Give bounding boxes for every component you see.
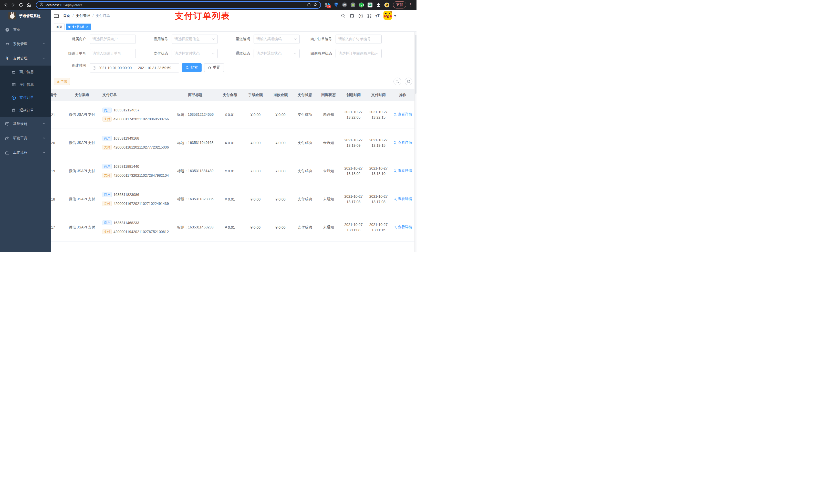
browser-menu-icon[interactable]: ⋮	[409, 3, 413, 7]
home-icon[interactable]	[25, 1, 32, 8]
table-body: 21微信 JSAPI 支付商户1635312124657支付4200001174…	[51, 101, 414, 252]
tag-pay-order[interactable]: 支付订单 ✕	[66, 24, 91, 30]
cell-pay-time: 2021-10-2713:17:08	[366, 194, 390, 205]
extension-command-icon[interactable]: ⌘	[342, 2, 347, 7]
cell-fee: ¥ 0.00	[243, 225, 268, 230]
view-detail-icon	[394, 197, 397, 201]
cell-notify-status: 未通知	[316, 225, 341, 230]
view-detail-link[interactable]: 查看详情	[394, 112, 412, 117]
cell-create-time: 2021-10-2713:19:09	[341, 138, 366, 148]
cell-pay-status: 支付成功	[293, 113, 316, 117]
scrollbar-thumb[interactable]	[415, 35, 416, 94]
clock-icon	[93, 66, 96, 70]
forward-icon[interactable]	[10, 1, 17, 8]
cell-order-numbers: 商户1635311468233支付42000011942021102767521…	[102, 220, 174, 234]
browser-toolbar: localhost:1024/pay/order 10 ⌘ y	[0, 0, 416, 10]
breadcrumb-payment[interactable]: 支付管理	[76, 14, 90, 18]
svg-text:⌘: ⌘	[343, 3, 346, 7]
search-button[interactable]: 搜索	[182, 63, 201, 72]
merchant-tag: 商户	[102, 164, 112, 169]
sidebar-item-infrastructure[interactable]: 基础设施	[0, 117, 51, 131]
breadcrumb-home[interactable]: 首页	[63, 14, 70, 18]
cell-amount: ¥ 0.01	[216, 225, 243, 230]
header-search-icon[interactable]	[341, 14, 346, 18]
reload-icon[interactable]	[18, 1, 25, 8]
address-bar[interactable]: localhost:1024/pay/order	[36, 1, 321, 9]
export-button[interactable]: 导出	[54, 78, 70, 85]
cell-pay-time: 2021-10-2713:18:10	[366, 166, 390, 176]
create-time-range-picker[interactable]: 2021-10-01 00:00:00 - 2021-10-31 23:59:5…	[90, 63, 179, 72]
sidebar-item-system[interactable]: 系统管理	[0, 37, 51, 51]
refund-status-select[interactable]: 请选择退款状态	[254, 49, 300, 58]
sidebar-item-refund-order[interactable]: 退款订单	[0, 104, 51, 117]
toggle-search-icon[interactable]	[394, 78, 401, 85]
cell-action: 查看详情	[390, 112, 415, 117]
pay-order-icon: ¥	[11, 96, 16, 100]
sidebar-item-dev-tools[interactable]: 研发工具	[0, 131, 51, 145]
view-detail-link[interactable]: 查看详情	[394, 197, 412, 201]
dashboard-icon	[5, 28, 9, 32]
tag-home[interactable]: 首页	[54, 24, 65, 30]
sidebar-item-payment[interactable]: ¥ 支付管理	[0, 51, 51, 66]
user-menu[interactable]	[383, 11, 397, 21]
extension-vue-devtools-icon[interactable]: y	[359, 2, 364, 7]
help-icon[interactable]: ?	[358, 14, 363, 19]
extension-record-icon[interactable]	[351, 2, 356, 7]
sidebar-item-pay-order[interactable]: ¥ 支付订单	[0, 91, 51, 104]
refresh-table-icon[interactable]	[405, 78, 412, 85]
bookmark-star-icon[interactable]	[313, 2, 317, 8]
cell-order-numbers: 商户1635311881440支付42000011732021102728479…	[102, 164, 174, 178]
cell-refund: ¥ 0.00	[268, 197, 293, 201]
page-scrollbar[interactable]	[414, 32, 416, 252]
active-dot	[68, 26, 70, 28]
cell-channel: 微信 JSAPI 支付	[62, 197, 102, 201]
merchant-order-no-input[interactable]: 请输入商户订单编号	[336, 34, 382, 44]
extension-pixel-icon[interactable]: 10	[325, 2, 330, 7]
fullscreen-icon[interactable]	[367, 14, 372, 18]
share-icon[interactable]	[307, 2, 311, 8]
column-header: 支付订单	[102, 93, 174, 97]
app-logo-row[interactable]: 芋道管理系统	[0, 10, 51, 23]
hamburger-icon[interactable]	[54, 14, 59, 18]
page-title: 支付订单列表	[175, 10, 230, 22]
view-detail-link[interactable]: 查看详情	[394, 225, 412, 230]
merchant-input[interactable]: 请选择所属商户	[90, 34, 136, 44]
sidebar-item-app-info[interactable]: 应用信息	[0, 78, 51, 91]
create-time-label: 创建时间	[54, 63, 90, 72]
cell-id: 19	[51, 169, 62, 173]
cell-title: 标题：1635311823086	[174, 197, 216, 201]
extension-emoji-icon[interactable]	[384, 2, 389, 7]
extension-badge: 10	[327, 5, 331, 8]
sidebar-item-merchant-info[interactable]: 商户信息	[0, 66, 51, 78]
back-icon[interactable]	[2, 1, 9, 8]
view-detail-link[interactable]: 查看详情	[394, 169, 412, 173]
pay-status-select[interactable]: 请选择支付状态	[172, 49, 218, 58]
cell-pay-time: 2021-10-2713:19:15	[366, 138, 390, 148]
cell-channel: 微信 JSAPI 支付	[62, 169, 102, 173]
chevron-down-icon	[43, 42, 46, 46]
pay-tag: 支付	[102, 229, 112, 234]
sidebar-item-home[interactable]: 首页	[0, 23, 51, 37]
cell-pay-status: 支付成功	[293, 225, 316, 230]
browser-update-button[interactable]: 更新	[393, 1, 406, 8]
column-header: 商品标题	[174, 93, 216, 97]
chevron-down-icon	[43, 122, 46, 126]
app-id-select[interactable]: 请选择应用信息	[172, 34, 218, 44]
extensions-puzzle-icon[interactable]	[376, 2, 381, 7]
extension-gem-icon[interactable]	[334, 2, 339, 7]
view-detail-link[interactable]: 查看详情	[394, 140, 412, 145]
site-info-icon[interactable]	[40, 2, 44, 7]
filter-channel-order-no: 渠道订单号 请输入渠道订单号	[54, 49, 136, 58]
sidebar-item-workflow[interactable]: 工作流程	[0, 145, 51, 160]
channel-order-no-input[interactable]: 请输入渠道订单号	[90, 49, 136, 58]
font-size-icon[interactable]: TT	[376, 14, 380, 18]
tag-close-icon[interactable]: ✕	[86, 25, 88, 29]
notify-status-select[interactable]: 请选择订单回调商户状态	[336, 49, 382, 58]
extension-chat-icon[interactable]	[367, 2, 373, 7]
cell-fee: ¥ 0.00	[243, 113, 268, 117]
reset-button[interactable]: 重置	[204, 63, 224, 72]
channel-code-select[interactable]: 请输入渠道编码	[254, 34, 300, 44]
github-icon[interactable]	[349, 13, 355, 19]
cell-title: 标题：1635311949168	[174, 141, 216, 145]
grid-icon	[11, 83, 16, 87]
